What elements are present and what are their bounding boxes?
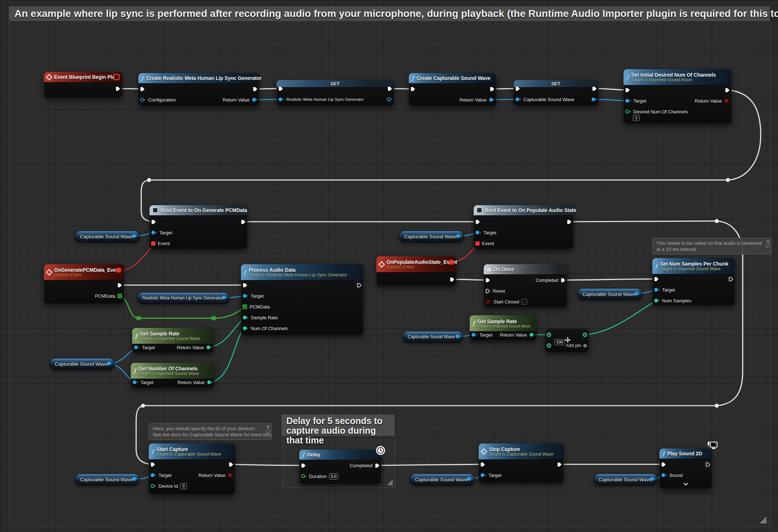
- delegate-output-pin[interactable]: [116, 268, 121, 272]
- pin-target[interactable]: Target: [134, 344, 155, 351]
- pin-return-value[interactable]: Return Value: [198, 472, 234, 478]
- array-reroute-node[interactable]: [213, 316, 214, 317]
- node-header[interactable]: Bind Event to On Populate Audio State: [474, 205, 573, 216]
- node-do-once[interactable]: ⇉Do OnceCompletedResetStart Closed: [484, 264, 567, 307]
- pin-obj[interactable]: [591, 96, 597, 103]
- pin-event[interactable]: Event: [475, 240, 494, 247]
- pin-num-of-channels[interactable]: Num Of Channels: [242, 325, 288, 332]
- obj-pin-icon[interactable]: [456, 234, 462, 240]
- var-capturable-sound-wave-6[interactable]: Capturable Sound Wave: [75, 474, 140, 485]
- obj-pin-icon[interactable]: [132, 477, 138, 483]
- array-reroute-node[interactable]: [212, 318, 213, 319]
- chevron-down-icon[interactable]: [683, 483, 688, 486]
- pin-exec[interactable]: [117, 282, 122, 288]
- pin-ring[interactable]: [546, 342, 551, 349]
- resize-grip[interactable]: [759, 515, 767, 524]
- pin-exec[interactable]: [278, 85, 283, 92]
- pin-completed[interactable]: Completed: [536, 277, 566, 283]
- var-capturable-sound-wave-4[interactable]: Capturable Sound Wave: [577, 288, 642, 300]
- pin-exec[interactable]: [475, 218, 480, 225]
- checkbox[interactable]: [522, 299, 527, 305]
- array-reroute-node[interactable]: [138, 316, 139, 317]
- pin-target[interactable]: Target: [625, 98, 646, 104]
- array-reroute-node[interactable]: [215, 319, 216, 320]
- pin-target[interactable]: Target: [475, 229, 496, 236]
- reroute-node[interactable]: [141, 404, 145, 408]
- array-reroute-node[interactable]: [138, 318, 139, 319]
- pin-exec[interactable]: [115, 85, 121, 92]
- node-set-capturable-sound-wave[interactable]: SETCapturable Sound Wave: [514, 80, 599, 106]
- pin-target[interactable]: Target: [654, 287, 675, 293]
- pin-value-input[interactable]: 0: [180, 483, 187, 489]
- var-capturable-sound-wave-3[interactable]: Capturable Sound Wave: [50, 358, 115, 370]
- array-reroute-node[interactable]: [215, 318, 216, 319]
- pin-desired-num-of-channels[interactable]: Desired Num Of Channels: [625, 108, 688, 115]
- pin-exec[interactable]: [625, 87, 630, 93]
- node-process-audio-data[interactable]: ƒProcess Audio DataTarget is Realistic M…: [241, 264, 363, 335]
- pin-exec[interactable]: [489, 86, 495, 92]
- pin-exec[interactable]: [387, 85, 393, 92]
- pin-pcmdata[interactable]: PCMData: [95, 293, 122, 299]
- node-on-populate-audio-state-event[interactable]: OnPopulateAudioState_EventCustom Event: [376, 256, 456, 286]
- pin-target[interactable]: Target: [471, 332, 492, 338]
- node-header[interactable]: OnGeneratePCMData_EventCustom Event: [44, 264, 124, 280]
- node-header[interactable]: ƒGet Sample RateTarget is Imported Sound…: [470, 315, 537, 332]
- node-header[interactable]: ƒSet Initial Desired Num Of ChannelsTarg…: [623, 69, 732, 85]
- array-reroute-node[interactable]: [140, 318, 141, 319]
- pin-device-id[interactable]: Device Id0: [150, 483, 187, 489]
- pin-target[interactable]: Target: [151, 229, 172, 236]
- obj-pin-icon[interactable]: [650, 477, 656, 483]
- pin-exec[interactable]: [252, 86, 258, 92]
- obj-pin-icon[interactable]: [634, 291, 640, 297]
- node-event-blueprint-begin-play[interactable]: Event Blueprint Begin Play: [44, 72, 122, 98]
- reroute-node[interactable]: [147, 178, 151, 182]
- var-capturable-sound-wave-5[interactable]: Capturable Sound Wave: [403, 331, 463, 343]
- node-start-capture[interactable]: ƒStart CaptureTarget is Capturable Sound…: [149, 443, 235, 495]
- pin-exec[interactable]: [654, 276, 659, 282]
- add-pin-button[interactable]: Add pin⊕: [566, 343, 587, 348]
- pin-exec[interactable]: [725, 87, 730, 93]
- node-create-capturable-sound-wave[interactable]: ƒCreate Capturable Sound WaveReturn Valu…: [409, 73, 496, 106]
- obj-pin-icon[interactable]: [222, 295, 228, 301]
- node-header[interactable]: ƒProcess Audio DataTarget is Realistic M…: [241, 264, 363, 280]
- pin-value-input[interactable]: 1: [633, 115, 640, 121]
- array-reroute-node[interactable]: [140, 316, 141, 317]
- delegate-output-pin[interactable]: [449, 260, 453, 265]
- pin-ring[interactable]: [546, 332, 551, 338]
- node-header[interactable]: ƒGet Sample RateTarget is Imported Sound…: [132, 328, 214, 344]
- pin-sample-rate[interactable]: Sample Rate: [242, 314, 278, 321]
- pin-return-value[interactable]: Return Value: [177, 344, 212, 351]
- var-realistic-metahuman-lipsync-generator[interactable]: Realistic Meta Human Lip Sync Generator: [137, 292, 229, 304]
- pin-return-value[interactable]: Return Value: [695, 98, 730, 104]
- pin-execH[interactable]: [728, 276, 734, 282]
- var-capturable-sound-wave-7[interactable]: Capturable Sound Wave: [410, 474, 475, 485]
- pin-exec[interactable]: [485, 277, 491, 283]
- node-stop-capture[interactable]: Stop CaptureTarget is Capturable Sound W…: [479, 443, 564, 483]
- pin-value-input[interactable]: 5.0: [329, 473, 338, 479]
- pin-return-value[interactable]: Return Value: [460, 96, 495, 103]
- pin-return-value[interactable]: Return Value: [223, 96, 258, 103]
- node-header[interactable]: Event Blueprint Begin Play: [44, 72, 122, 82]
- node-header[interactable]: SET: [277, 80, 394, 87]
- pin-target[interactable]: Target: [150, 472, 171, 478]
- pin-configuration[interactable]: Configuration: [140, 96, 176, 103]
- node-create-realistic-metahuman-lipsync-generator[interactable]: ƒCreate Realistic Meta Human Lip Sync Ge…: [138, 73, 259, 106]
- pin-return-value[interactable]: Return Value: [500, 332, 535, 338]
- node-get-sample-rate-2[interactable]: ƒGet Sample RateTarget is Imported Sound…: [470, 315, 537, 341]
- obj-pin-icon[interactable]: [455, 334, 461, 340]
- array-reroute-node[interactable]: [212, 319, 213, 320]
- pin-target[interactable]: Target: [480, 472, 501, 478]
- pin-execH[interactable]: [357, 282, 362, 288]
- var-capturable-sound-wave-1[interactable]: Capturable Sound Wave: [75, 231, 140, 242]
- node-header[interactable]: ƒStart CaptureTarget is Capturable Sound…: [149, 443, 235, 460]
- pin-exec[interactable]: [480, 461, 486, 468]
- node-set-realistic-metahuman-lipsync-generator[interactable]: SETRealistic Meta Human Lip Sync Generat…: [277, 80, 394, 106]
- node-header[interactable]: ƒCreate Capturable Sound Wave: [409, 73, 496, 84]
- array-reroute-node[interactable]: [137, 319, 138, 320]
- pin-exec[interactable]: [661, 461, 666, 468]
- resize-grip[interactable]: [386, 479, 393, 486]
- pin-exec[interactable]: [140, 86, 145, 92]
- comment-delay[interactable]: Delay for 5 seconds to capture audio dur…: [282, 415, 394, 436]
- pin-exec[interactable]: [450, 276, 455, 283]
- node-header[interactable]: OnPopulateAudioState_EventCustom Event: [376, 256, 456, 272]
